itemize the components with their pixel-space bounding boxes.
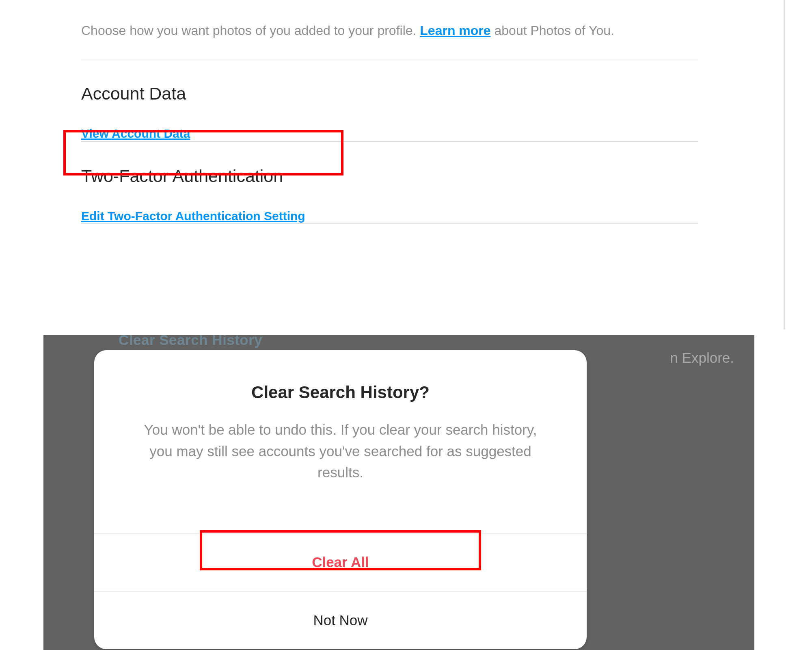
clear-all-button[interactable]: Clear All xyxy=(94,533,587,591)
divider xyxy=(81,141,698,142)
photos-help-text: Choose how you want photos of you added … xyxy=(81,22,698,39)
photos-help-prefix: Choose how you want photos of you added … xyxy=(81,23,420,38)
view-account-data-link[interactable]: View Account Data xyxy=(81,127,190,140)
edit-two-factor-link[interactable]: Edit Two-Factor Authentication Setting xyxy=(81,209,305,223)
dialog-screenshot: Clear Search History n Explore. Clear Se… xyxy=(43,335,754,650)
clear-search-dialog: Clear Search History? You won't be able … xyxy=(94,350,587,649)
divider xyxy=(81,59,698,59)
divider xyxy=(81,223,698,224)
photos-help-suffix: about Photos of You. xyxy=(491,23,614,38)
clear-search-history-link-partial: Clear Search History xyxy=(119,335,262,348)
dialog-body: You won't be able to undo this. If you c… xyxy=(139,419,542,483)
two-factor-heading: Two-Factor Authentication xyxy=(81,166,698,186)
dialog-title: Clear Search History? xyxy=(251,383,430,402)
not-now-button[interactable]: Not Now xyxy=(94,591,587,649)
settings-panel: Choose how you want photos of you added … xyxy=(0,0,785,329)
account-data-heading: Account Data xyxy=(81,84,698,104)
scrollbar[interactable] xyxy=(784,0,785,329)
explore-text-partial: n Explore. xyxy=(670,350,734,366)
learn-more-link[interactable]: Learn more xyxy=(420,23,490,38)
